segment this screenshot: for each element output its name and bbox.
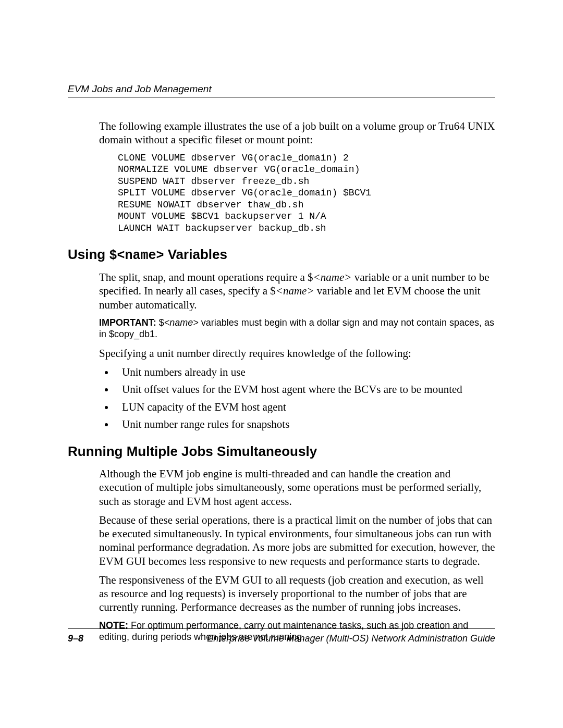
text: The split, snap, and mount operations re… xyxy=(99,271,313,283)
page: EVM Jobs and Job Management The followin… xyxy=(0,0,563,728)
section2-p3: The responsiveness of the EVM GUI to all… xyxy=(99,573,495,614)
variable-text: <name> xyxy=(313,271,352,283)
book-title: Enterprise Volume Manager (Multi-OS) Net… xyxy=(207,633,495,644)
heading-text-post: Variables xyxy=(164,246,227,262)
list-item: LUN capacity of the EVM host agent xyxy=(115,400,495,414)
section1-body: The split, snap, and mount operations re… xyxy=(99,270,495,431)
important-note: IMPORTANT: $<name> variables must begin … xyxy=(99,317,495,340)
section2-body: Although the EVM job engine is multi-thr… xyxy=(99,467,495,643)
list-item: Unit numbers already in use xyxy=(115,365,495,379)
list-item: Unit offset values for the EVM host agen… xyxy=(115,382,495,396)
text: $ xyxy=(156,317,164,328)
running-header: EVM Jobs and Job Management xyxy=(68,83,495,97)
variable-text: <name> xyxy=(276,285,314,297)
list-item: Unit number range rules for snapshots xyxy=(115,417,495,431)
code-example: CLONE VOLUME dbserver VG(oracle_domain) … xyxy=(118,152,495,235)
header-rule xyxy=(68,97,495,97)
heading-code: $<name> xyxy=(109,248,164,263)
variable-text: <name> xyxy=(164,317,199,328)
footer: 9–8 Enterprise Volume Manager (Multi-OS)… xyxy=(68,628,495,644)
important-label: IMPORTANT: xyxy=(99,317,156,328)
heading-text-pre: Using xyxy=(68,246,109,262)
page-number: 9–8 xyxy=(68,633,83,644)
section-heading-variables: Using $<name> Variables xyxy=(68,246,495,263)
section1-p2: Specifying a unit number directly requir… xyxy=(99,347,495,360)
intro-paragraph: The following example illustrates the us… xyxy=(99,119,495,147)
footer-rule xyxy=(68,628,495,629)
section-heading-multiple-jobs: Running Multiple Jobs Simultaneously xyxy=(68,443,495,460)
section2-p2: Because of these serial operations, ther… xyxy=(99,513,495,568)
section1-p1: The split, snap, and mount operations re… xyxy=(99,270,495,312)
bullet-list: Unit numbers already in use Unit offset … xyxy=(99,365,495,431)
section2-p1: Although the EVM job engine is multi-thr… xyxy=(99,467,495,508)
content-block: The following example illustrates the us… xyxy=(99,119,495,234)
